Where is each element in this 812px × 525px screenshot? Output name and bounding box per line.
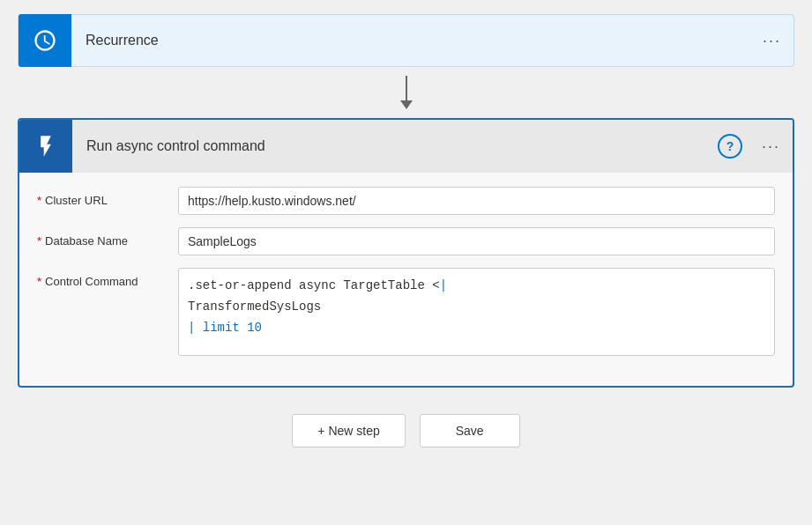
action-card: Run async control command ? ··· *Cluster…	[18, 118, 794, 388]
action-card-header: Run async control command ? ···	[19, 120, 793, 173]
control-command-label: *Control Command	[37, 268, 178, 288]
arrow-head	[400, 100, 413, 109]
control-command-row: *Control Command .set-or-append async Ta…	[37, 268, 775, 356]
recurrence-title: Recurrence	[71, 33, 750, 48]
arrow-connector	[400, 70, 413, 115]
action-title: Run async control command	[72, 138, 718, 154]
bottom-actions: + New step Save	[292, 414, 519, 447]
action-card-body: *Cluster URL *Database Name *Control Com…	[19, 173, 793, 386]
new-step-button[interactable]: + New step	[292, 414, 405, 447]
save-button[interactable]: Save	[420, 414, 520, 447]
database-name-input[interactable]	[178, 227, 775, 255]
control-command-line1: .set-or-append async TargetTable <|	[188, 276, 765, 297]
control-command-line2: TransformedSysLogs	[188, 297, 765, 318]
database-name-label: *Database Name	[37, 227, 178, 248]
arrow-line	[406, 76, 407, 100]
flow-container: Recurrence ··· Run async control command…	[18, 14, 794, 447]
cluster-url-row: *Cluster URL	[37, 187, 775, 215]
cluster-url-required: *	[37, 194, 41, 207]
control-command-display[interactable]: .set-or-append async TargetTable <| Tran…	[178, 268, 775, 356]
recurrence-card: Recurrence ···	[18, 14, 794, 67]
clock-icon	[33, 28, 57, 53]
database-name-row: *Database Name	[37, 227, 775, 255]
action-menu-button[interactable]: ···	[749, 130, 793, 163]
recurrence-menu-button[interactable]: ···	[750, 25, 793, 57]
recurrence-icon-box	[19, 14, 71, 67]
control-command-required: *	[37, 275, 41, 288]
action-icon-box	[19, 120, 72, 173]
cluster-url-input[interactable]	[178, 187, 775, 215]
cluster-url-label: *Cluster URL	[37, 187, 178, 207]
help-button[interactable]: ?	[718, 134, 742, 159]
kusto-icon	[34, 134, 58, 159]
control-command-line3: | limit 10	[188, 318, 765, 339]
database-name-required: *	[37, 234, 41, 248]
